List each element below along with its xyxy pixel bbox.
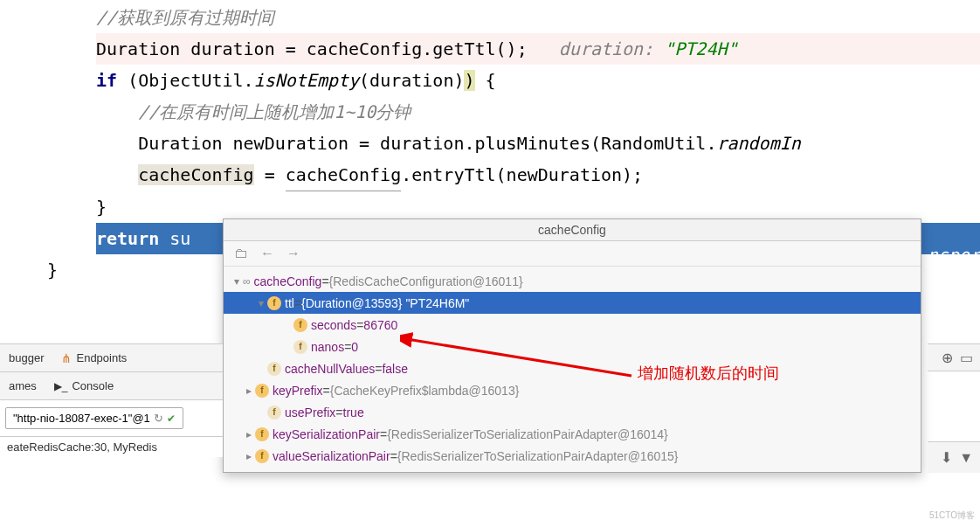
debug-inlay-value: "PT24H" bbox=[664, 38, 737, 59]
field-badge-icon: f bbox=[293, 318, 307, 332]
field-badge-icon: f bbox=[267, 406, 281, 420]
chevron-down-icon[interactable]: ▾ bbox=[255, 297, 267, 309]
popup-toolbar: 🗀 ← → bbox=[224, 241, 921, 267]
tab-debugger[interactable]: bugger bbox=[9, 351, 44, 364]
tree-row[interactable]: fusePrefix = true bbox=[224, 401, 921, 423]
tree-row[interactable]: fcacheNullValues = false bbox=[224, 357, 921, 379]
target-icon[interactable]: ⊕ bbox=[942, 350, 953, 366]
keyword-return: return bbox=[96, 228, 159, 249]
var-value: true bbox=[343, 406, 364, 420]
debug-tabs-row1: bugger ⋔Endpoints bbox=[0, 344, 223, 372]
thread-name: "http-nio-18087-exec-1"@1 bbox=[13, 412, 150, 425]
var-name: valueSerializationPair bbox=[273, 449, 390, 463]
tab-endpoints[interactable]: ⋔Endpoints bbox=[61, 351, 127, 365]
code-text: } bbox=[96, 197, 107, 218]
code-indent bbox=[96, 164, 138, 185]
field-badge-icon: f bbox=[255, 449, 269, 463]
var-name: seconds bbox=[311, 318, 356, 332]
field-badge-icon: f bbox=[255, 427, 269, 441]
tab-label: bugger bbox=[9, 351, 44, 364]
equals-sign: = bbox=[294, 296, 301, 310]
console-icon: ▶_ bbox=[54, 380, 68, 392]
download-icon[interactable]: ⬇ bbox=[941, 449, 952, 466]
code-text: } bbox=[47, 260, 58, 281]
back-icon[interactable]: ← bbox=[259, 245, 276, 262]
variable-highlight: cacheConfig bbox=[138, 164, 253, 185]
tree-row[interactable]: ▸fkeyPrefix = {CacheKeyPrefix$lambda@160… bbox=[224, 379, 921, 401]
equals-sign: = bbox=[335, 406, 342, 420]
tab-label: Console bbox=[72, 379, 114, 392]
chevron-right-icon[interactable]: ▸ bbox=[243, 385, 255, 397]
refresh-icon[interactable]: ↻ bbox=[154, 412, 163, 425]
tree-row[interactable]: ▾fttl = {Duration@13593} "PT24H6M" bbox=[224, 292, 921, 314]
debug-panel[interactable]: bugger ⋔Endpoints ames ▶_Console "http-n… bbox=[0, 343, 223, 457]
var-value: {RedisSerializerToSerializationPairAdapt… bbox=[387, 427, 668, 441]
var-value: false bbox=[382, 362, 408, 376]
var-name: cacheNullValues bbox=[285, 362, 375, 376]
annotation-text: 增加随机数后的时间 bbox=[638, 363, 779, 384]
var-value: {CacheKeyPrefix$lambda@16013} bbox=[330, 384, 520, 398]
var-name: ttl bbox=[285, 296, 294, 310]
endpoints-icon: ⋔ bbox=[61, 351, 72, 365]
tree-root-row[interactable]: ▾ ∞ cacheConfig = {RedisCacheConfigurati… bbox=[224, 270, 921, 292]
stack-frame-label: eateRedisCache:30, MyRedis bbox=[7, 440, 157, 454]
method-call: isNotEmpty bbox=[254, 70, 359, 91]
var-value: {Duration@13593} "PT24H6M" bbox=[301, 296, 469, 310]
forward-icon[interactable]: → bbox=[285, 245, 302, 262]
field-badge-icon: f bbox=[293, 340, 307, 354]
tab-console[interactable]: ▶_Console bbox=[54, 379, 114, 392]
code-text: Duration duration = cacheConfig. bbox=[96, 38, 432, 59]
var-name: keyPrefix bbox=[273, 384, 323, 398]
field-badge-icon: f bbox=[255, 384, 269, 398]
evaluate-popup[interactable]: cacheConfig 🗀 ← → ▾ ∞ cacheConfig = {Red… bbox=[223, 218, 921, 473]
thread-selector[interactable]: "http-nio-18087-exec-1"@1 ↻ ✔ bbox=[5, 407, 183, 429]
folder-icon[interactable]: 🗀 bbox=[232, 245, 250, 262]
equals-sign: = bbox=[344, 340, 351, 354]
layout-icon[interactable]: ▭ bbox=[960, 350, 973, 366]
tab-label: ames bbox=[9, 379, 37, 392]
method-call: getTtl bbox=[432, 38, 495, 59]
tree-row[interactable]: ▸fvalueSerializationPair = {RedisSeriali… bbox=[224, 445, 921, 467]
variables-tree[interactable]: ▾ ∞ cacheConfig = {RedisCacheConfigurati… bbox=[224, 267, 921, 472]
tab-label: Endpoints bbox=[76, 351, 127, 364]
right-toolbar-2: ⬇ ▼ bbox=[928, 441, 980, 473]
code-text: = bbox=[254, 164, 286, 185]
tree-row[interactable]: fnanos = 0 bbox=[224, 336, 921, 357]
tree-row[interactable]: fseconds = 86760 bbox=[224, 314, 921, 336]
code-text: su bbox=[159, 228, 190, 249]
code-text: (duration) bbox=[359, 70, 464, 91]
code-text: Duration newDuration = duration.plusMinu… bbox=[96, 133, 716, 154]
var-name: nanos bbox=[311, 340, 344, 354]
check-icon: ✔ bbox=[167, 413, 176, 425]
code-text: (); bbox=[496, 38, 528, 59]
equals-sign: = bbox=[375, 362, 382, 376]
filter-icon[interactable]: ▼ bbox=[959, 450, 973, 466]
equals-sign: = bbox=[356, 318, 363, 332]
popup-title: cacheConfig bbox=[224, 219, 921, 241]
tree-row[interactable]: ▸fkeySerializationPair = {RedisSerialize… bbox=[224, 423, 921, 445]
code-text: (ObjectUtil. bbox=[117, 70, 254, 91]
keyword-if: if bbox=[96, 70, 117, 91]
field-ref: cacheConfig bbox=[286, 159, 401, 191]
debug-tabs-row2: ames ▶_Console bbox=[0, 372, 223, 400]
field-badge-icon: f bbox=[267, 296, 281, 310]
var-value: 0 bbox=[351, 340, 358, 354]
tab-frames[interactable]: ames bbox=[9, 379, 37, 392]
chevron-right-icon[interactable]: ▸ bbox=[243, 428, 255, 440]
code-comment: //在原有时间上随机增加1~10分钟 bbox=[96, 101, 411, 122]
infinity-icon: ∞ bbox=[243, 275, 251, 288]
field-badge-icon: f bbox=[267, 362, 281, 376]
right-toolbar-1: ⊕ ▭ bbox=[928, 343, 980, 371]
watermark: 51CTO博客 bbox=[929, 510, 975, 522]
stack-frame[interactable]: eateRedisCache:30, MyRedis bbox=[0, 437, 223, 457]
code-text: { bbox=[475, 70, 496, 91]
chevron-down-icon[interactable]: ▾ bbox=[231, 275, 243, 288]
code-text: .entryTtl(newDuration); bbox=[401, 164, 643, 185]
code-comment: //获取到原有过期时间 bbox=[96, 7, 274, 28]
var-name: usePrefix bbox=[285, 406, 335, 420]
debug-inlay-label: duration: bbox=[528, 38, 665, 59]
method-call: randomIn bbox=[716, 133, 800, 154]
var-value: {RedisCacheConfiguration@16011} bbox=[329, 274, 523, 288]
equals-sign: = bbox=[390, 449, 397, 463]
chevron-right-icon[interactable]: ▸ bbox=[243, 450, 255, 462]
